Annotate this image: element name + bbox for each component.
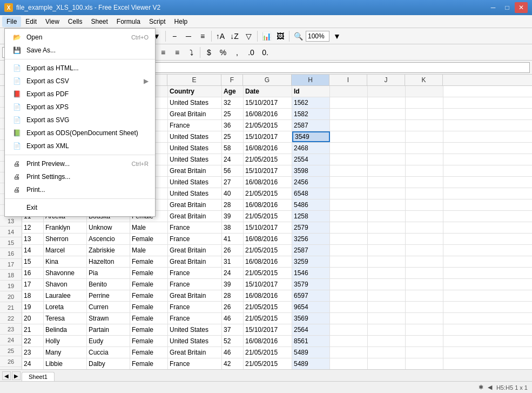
cell-16-a[interactable]: 15 — [22, 256, 44, 267]
cell-13-c[interactable]: Unknow — [87, 222, 130, 233]
cell-6-h[interactable]: 2468 — [292, 143, 330, 154]
cell-17-d[interactable]: Female — [130, 268, 168, 278]
cell-9-e[interactable]: United States — [168, 177, 222, 188]
cell-17-e[interactable]: France — [168, 268, 222, 278]
cell-1-g[interactable]: Date — [244, 86, 292, 97]
cell-14-b[interactable]: Sherron — [44, 234, 87, 244]
cell-3-i[interactable] — [330, 109, 368, 119]
cell-22-h[interactable]: 2564 — [292, 324, 330, 335]
cell-21-f[interactable]: 46 — [222, 313, 244, 324]
menu-item-open[interactable]: 📂 Open Ctrl+O — [5, 31, 155, 44]
cell-16-j[interactable] — [368, 256, 406, 267]
cell-13-j[interactable] — [368, 222, 406, 233]
zoom-input[interactable] — [306, 31, 329, 42]
cell-17-f[interactable]: 24 — [222, 268, 244, 278]
cell-15-k[interactable] — [406, 245, 443, 256]
cell-22-k[interactable] — [406, 324, 443, 335]
cell-23-j[interactable] — [368, 336, 406, 347]
cell-15-h[interactable]: 2587 — [292, 245, 330, 256]
menu-edit[interactable]: Edit — [21, 16, 41, 27]
cell-10-g[interactable]: 21/05/2015 — [244, 188, 292, 199]
cell-25-i[interactable] — [330, 358, 368, 369]
cell-11-e[interactable]: Great Britain — [168, 199, 222, 210]
cell-5-g[interactable]: 15/10/2017 — [244, 131, 292, 142]
cell-3-e[interactable]: Great Britain — [168, 109, 222, 119]
cell-16-f[interactable]: 31 — [222, 256, 244, 267]
cell-10-i[interactable] — [330, 188, 368, 199]
cell-6-k[interactable] — [406, 143, 443, 154]
cell-6-e[interactable]: United States — [168, 143, 222, 154]
cell-15-b[interactable]: Marcel — [44, 245, 87, 256]
cell-23-h[interactable]: 8561 — [292, 336, 330, 347]
cell-11-i[interactable] — [330, 199, 368, 210]
cell-15-c[interactable]: Zabriskie — [87, 245, 130, 256]
col-header-f[interactable]: F — [221, 75, 243, 85]
cell-20-g[interactable]: 21/05/2015 — [244, 302, 292, 312]
cell-17-h[interactable]: 1546 — [292, 268, 330, 278]
cell-24-i[interactable] — [330, 347, 368, 358]
tab-sheet1[interactable]: Sheet1 — [22, 372, 55, 381]
cell-11-k[interactable] — [406, 199, 443, 210]
cell-13-d[interactable]: Male — [130, 222, 168, 233]
cell-18-f[interactable]: 39 — [222, 279, 244, 290]
cell-21-h[interactable]: 3569 — [292, 313, 330, 324]
cell-12-k[interactable] — [406, 211, 443, 222]
cell-18-k[interactable] — [406, 279, 443, 290]
minimize-button[interactable]: ─ — [487, 2, 500, 13]
cell-3-h[interactable]: 1582 — [292, 109, 330, 119]
cell-23-k[interactable] — [406, 336, 443, 347]
cell-15-e[interactable]: Great Britain — [168, 245, 222, 256]
cell-2-k[interactable] — [406, 97, 443, 108]
cell-21-k[interactable] — [406, 313, 443, 324]
cell-21-g[interactable]: 21/05/2015 — [244, 313, 292, 324]
cell-12-i[interactable] — [330, 211, 368, 222]
cell-18-g[interactable]: 15/10/2017 — [244, 279, 292, 290]
cell-22-j[interactable] — [368, 324, 406, 335]
cell-6-i[interactable] — [330, 143, 368, 154]
cell-7-j[interactable] — [368, 154, 406, 165]
menu-item-saveas[interactable]: 💾 Save As... — [5, 44, 155, 57]
cell-1-f[interactable]: Age — [222, 86, 244, 97]
cell-5-f[interactable]: 25 — [222, 131, 244, 142]
cell-1-k[interactable] — [406, 86, 443, 97]
cell-15-j[interactable] — [368, 245, 406, 256]
menu-item-print-preview[interactable]: 🖨 Print Preview... Ctrl+R — [5, 157, 155, 170]
cell-17-g[interactable]: 21/05/2015 — [244, 268, 292, 278]
cell-21-i[interactable] — [330, 313, 368, 324]
cell-13-e[interactable]: France — [168, 222, 222, 233]
toolbar-zoom-arrow[interactable]: ▼ — [331, 30, 344, 43]
close-button[interactable]: ✕ — [515, 2, 528, 13]
cell-21-b[interactable]: Teresa — [44, 313, 87, 324]
cell-12-f[interactable]: 39 — [222, 211, 244, 222]
cell-7-f[interactable]: 24 — [222, 154, 244, 165]
cell-14-g[interactable]: 16/08/2016 — [244, 234, 292, 244]
toolbar-minus[interactable]: − — [168, 30, 181, 43]
cell-24-g[interactable]: 21/05/2015 — [244, 347, 292, 358]
menu-view[interactable]: View — [41, 16, 64, 27]
cell-4-e[interactable]: France — [168, 120, 222, 131]
cell-25-j[interactable] — [368, 358, 406, 369]
toolbar-chart[interactable]: 📊 — [260, 30, 273, 43]
cell-2-e[interactable]: United States — [168, 97, 222, 108]
cell-7-i[interactable] — [330, 154, 368, 165]
cell-24-e[interactable]: Great Britain — [168, 347, 222, 358]
toolbar-format[interactable]: $ — [203, 46, 216, 59]
cell-2-j[interactable] — [368, 97, 406, 108]
cell-12-j[interactable] — [368, 211, 406, 222]
menu-formula[interactable]: Formula — [112, 16, 145, 27]
cell-13-k[interactable] — [406, 222, 443, 233]
cell-6-j[interactable] — [368, 143, 406, 154]
menu-item-print[interactable]: 🖨 Print... — [5, 183, 155, 196]
cell-15-g[interactable]: 21/05/2015 — [244, 245, 292, 256]
cell-23-b[interactable]: Holly — [44, 336, 87, 347]
cell-23-i[interactable] — [330, 336, 368, 347]
toolbar-dec-dec[interactable]: 0. — [259, 46, 272, 59]
cell-25-h[interactable]: 5489 — [292, 358, 330, 369]
col-header-h[interactable]: H — [292, 75, 329, 85]
menu-item-export-html[interactable]: 📄 Export as HTML... — [5, 62, 155, 75]
cell-25-c[interactable]: Dalby — [87, 358, 130, 369]
cell-16-b[interactable]: Kina — [44, 256, 87, 267]
cell-9-h[interactable]: 2456 — [292, 177, 330, 188]
toolbar-zoom-out[interactable]: 🔍 — [292, 30, 305, 43]
cell-4-k[interactable] — [406, 120, 443, 131]
